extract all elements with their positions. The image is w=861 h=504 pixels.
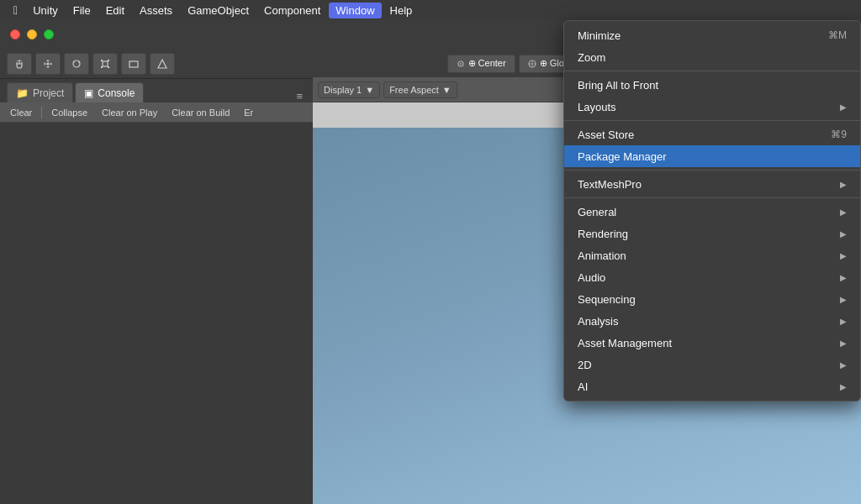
svg-rect-2 [101, 60, 103, 61]
menu-item-textmeshpro[interactable]: TextMeshPro ▶ [564, 173, 860, 195]
svg-rect-3 [108, 60, 109, 61]
svg-rect-1 [103, 61, 108, 66]
menu-item-analysis[interactable]: Analysis ▶ [564, 310, 860, 332]
sep-after-textmeshpro [564, 197, 860, 198]
textmeshpro-arrow-icon: ▶ [840, 180, 847, 189]
svg-point-0 [73, 60, 80, 67]
menu-item-animation[interactable]: Animation ▶ [564, 244, 860, 266]
tab-menu-icon[interactable]: ≡ [293, 90, 306, 102]
menu-item-general[interactable]: General ▶ [564, 201, 860, 223]
svg-rect-4 [101, 66, 103, 68]
sep-after-pkg-manager [564, 170, 860, 171]
window-dropdown-menu: Minimize ⌘M Zoom Bring All to Front Layo… [563, 20, 861, 402]
zoom-button[interactable] [44, 29, 54, 39]
console-panel [0, 123, 313, 504]
aspect-dropdown-icon: ▼ [442, 85, 452, 95]
display-select[interactable]: Display 1 ▼ [318, 81, 380, 98]
left-tabs-row: 📁 Project ▣ Console ≡ [0, 79, 313, 102]
animation-arrow-icon: ▶ [840, 251, 847, 260]
menu-window[interactable]: Window [329, 3, 381, 18]
menu-item-asset-store[interactable]: Asset Store ⌘9 [564, 123, 860, 145]
menu-item-package-manager[interactable]: Package Manager [564, 145, 860, 167]
asset-management-arrow-icon: ▶ [840, 339, 847, 348]
clear-on-play-btn[interactable]: Clear on Play [95, 105, 164, 120]
scale-tool-btn[interactable] [92, 53, 118, 75]
analysis-arrow-icon: ▶ [840, 317, 847, 326]
audio-arrow-icon: ▶ [840, 273, 847, 282]
clear-btn[interactable]: Clear [3, 105, 39, 120]
menu-item-rendering[interactable]: Rendering ▶ [564, 223, 860, 244]
sep-after-zoom [564, 71, 860, 71]
menu-bar:  Unity File Edit Assets GameObject Comp… [0, 0, 861, 20]
transform-tool-btn[interactable] [150, 53, 175, 75]
menu-item-audio[interactable]: Audio ▶ [564, 266, 860, 288]
console-tab-icon: ▣ [84, 87, 93, 99]
svg-rect-5 [108, 66, 109, 68]
menu-item-zoom[interactable]: Zoom [564, 46, 860, 68]
move-tool-btn[interactable] [35, 53, 61, 75]
menu-help[interactable]: Help [383, 3, 420, 18]
sep1 [41, 107, 42, 118]
menu-file[interactable]: File [66, 3, 98, 18]
tab-console[interactable]: ▣ Console [75, 82, 144, 102]
display-dropdown-icon: ▼ [365, 85, 374, 95]
minimize-button[interactable] [27, 29, 37, 39]
menu-component[interactable]: Component [257, 3, 327, 18]
close-button[interactable] [10, 29, 20, 39]
menu-item-minimize[interactable]: Minimize ⌘M [564, 24, 860, 46]
svg-rect-6 [129, 61, 138, 67]
general-arrow-icon: ▶ [840, 207, 847, 217]
menu-edit[interactable]: Edit [99, 3, 131, 18]
rect-tool-btn[interactable] [121, 53, 146, 75]
aspect-select[interactable]: Free Aspect ▼ [383, 81, 457, 98]
menu-gameobject[interactable]: GameObject [181, 3, 256, 18]
menu-item-2d[interactable]: 2D ▶ [564, 354, 860, 375]
tab-project[interactable]: 📁 Project [7, 82, 73, 102]
clear-on-build-btn[interactable]: Clear on Build [165, 105, 236, 120]
console-toolbar: Clear Collapse Clear on Play Clear on Bu… [0, 102, 313, 123]
layouts-arrow-icon: ▶ [840, 102, 847, 112]
ai-arrow-icon: ▶ [840, 382, 847, 391]
menu-item-asset-management[interactable]: Asset Management ▶ [564, 332, 860, 354]
tab-options: ≡ [293, 90, 306, 102]
rotate-tool-btn[interactable] [64, 53, 89, 75]
center-mode-btn[interactable]: ⊕ Center [447, 55, 515, 73]
hand-tool-btn[interactable] [7, 53, 32, 75]
apple-menu[interactable]:  [7, 2, 24, 18]
2d-arrow-icon: ▶ [840, 360, 847, 370]
menu-assets[interactable]: Assets [133, 3, 179, 18]
menu-unity[interactable]: Unity [26, 3, 65, 18]
svg-point-8 [460, 63, 462, 65]
menu-item-sequencing[interactable]: Sequencing ▶ [564, 288, 860, 310]
project-tab-icon: 📁 [16, 87, 29, 99]
sequencing-arrow-icon: ▶ [840, 295, 847, 304]
sep-after-layouts [564, 120, 860, 121]
collapse-btn[interactable]: Collapse [45, 105, 94, 120]
error-pause-btn[interactable]: Er [237, 105, 260, 120]
rendering-arrow-icon: ▶ [840, 229, 847, 239]
menu-item-layouts[interactable]: Layouts ▶ [564, 96, 860, 118]
menu-item-ai[interactable]: AI ▶ [564, 375, 860, 397]
menu-item-bring-all[interactable]: Bring All to Front [564, 74, 860, 96]
